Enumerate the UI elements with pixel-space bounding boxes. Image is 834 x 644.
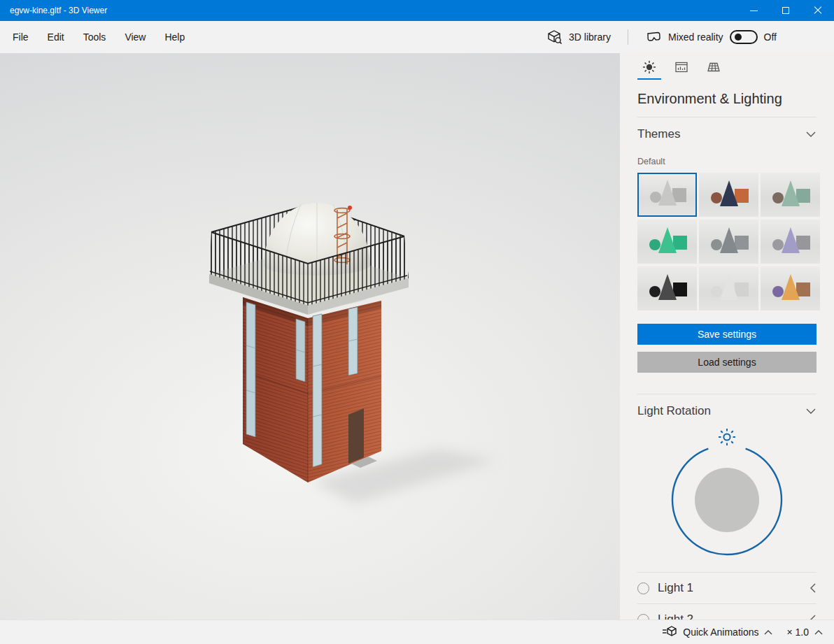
light-1-row[interactable]: Light 1 <box>637 581 817 595</box>
theme-grid <box>637 173 817 310</box>
3d-model-canvas <box>0 53 620 620</box>
toolbar-divider <box>628 29 628 45</box>
settings-panel: Environment & Lighting Themes Default Sa… <box>620 53 834 620</box>
3d-library-button[interactable]: 3D library <box>547 29 611 45</box>
cone-shape <box>720 274 738 300</box>
quick-animations-label: Quick Animations <box>683 627 758 638</box>
quick-animations-icon <box>662 625 677 639</box>
chevron-left-icon <box>810 582 817 594</box>
theme-white-light[interactable] <box>699 266 758 310</box>
mixed-reality-state: Off <box>764 31 777 43</box>
cone-shape <box>720 180 738 206</box>
dial-sun-icon <box>718 428 736 446</box>
light-2-label: Light 2 <box>658 613 810 620</box>
close-button[interactable] <box>802 0 834 21</box>
title-bar: egvw-kine.gltf - 3D Viewer <box>0 0 834 21</box>
menu-file[interactable]: File <box>6 27 41 47</box>
3d-library-icon <box>547 29 563 45</box>
light-1-label: Light 1 <box>658 581 810 595</box>
mast-beacon-light <box>348 206 352 210</box>
animation-speed-label: × 1.0 <box>786 627 809 638</box>
theme-sage-teal[interactable] <box>761 173 820 217</box>
panel-tabs <box>637 60 817 80</box>
chevron-left-icon <box>810 614 817 620</box>
mixed-reality-toggle[interactable] <box>730 30 758 44</box>
mixed-reality-icon <box>645 30 662 44</box>
maximize-button[interactable] <box>770 0 802 21</box>
close-icon <box>814 6 822 15</box>
divider <box>637 394 817 394</box>
status-bar: Quick Animations × 1.0 <box>0 620 834 644</box>
sun-icon <box>642 60 656 74</box>
save-settings-button[interactable]: Save settings <box>637 324 817 345</box>
divider <box>637 117 817 117</box>
menu-view[interactable]: View <box>118 27 157 47</box>
tab-grid-views[interactable] <box>702 60 726 80</box>
light-2-radio[interactable] <box>637 614 649 620</box>
menu-tools[interactable]: Tools <box>76 27 118 47</box>
tab-stats[interactable] <box>670 60 693 80</box>
mixed-reality-label: Mixed reality <box>668 31 723 43</box>
light-rotation-header-label: Light Rotation <box>637 404 711 418</box>
theme-black[interactable] <box>637 266 697 310</box>
menu-help[interactable]: Help <box>157 27 197 47</box>
cone-shape <box>720 227 738 253</box>
theme-navy-orange[interactable] <box>699 173 758 217</box>
minimize-icon <box>750 10 758 11</box>
mixed-reality-control: Mixed reality Off <box>645 30 777 44</box>
chevron-down-icon <box>805 131 817 138</box>
grid-icon <box>707 60 721 74</box>
light-2-row[interactable]: Light 2 <box>637 613 817 620</box>
maximize-icon <box>782 7 789 14</box>
quick-animations-control[interactable]: Quick Animations <box>658 625 777 639</box>
tower-door <box>348 408 364 464</box>
toggle-knob <box>735 34 742 41</box>
cone-shape <box>658 180 677 206</box>
divider <box>637 572 817 573</box>
light-rotation-section-header[interactable]: Light Rotation <box>637 404 817 418</box>
cone-shape <box>782 227 800 253</box>
theme-purple-amber[interactable] <box>761 266 820 310</box>
cone-shape <box>658 227 677 253</box>
menu-edit[interactable]: Edit <box>41 27 76 47</box>
load-settings-button[interactable]: Load settings <box>637 352 817 373</box>
dial-ring <box>667 441 786 559</box>
panel-title: Environment & Lighting <box>637 91 817 107</box>
themes-section-header[interactable]: Themes <box>637 127 817 141</box>
theme-slate-gray[interactable] <box>699 220 758 264</box>
cone-shape <box>782 180 800 206</box>
stats-icon <box>674 60 688 74</box>
menu-bar: File Edit Tools View Help 3D library Mix… <box>0 21 834 53</box>
chevron-down-icon <box>805 408 817 415</box>
window-title: egvw-kine.gltf - 3D Viewer <box>0 6 737 15</box>
theme-default-gray[interactable] <box>637 173 697 217</box>
cone-shape <box>782 274 800 300</box>
light-rotation-dial[interactable] <box>667 428 786 559</box>
theme-group-label: Default <box>637 157 817 166</box>
chevron-up-icon <box>764 629 772 635</box>
animation-speed-control[interactable]: × 1.0 <box>782 627 827 638</box>
minimize-button[interactable] <box>737 0 770 21</box>
cone-shape <box>658 274 677 300</box>
dial-center <box>695 468 759 532</box>
divider <box>637 603 817 604</box>
tab-environment-lighting[interactable] <box>637 60 661 80</box>
3d-viewport[interactable] <box>0 53 620 620</box>
menu-items: File Edit Tools View Help <box>0 27 197 47</box>
theme-lavender-gray[interactable] <box>761 220 820 264</box>
light-1-radio[interactable] <box>637 582 649 594</box>
chevron-up-icon <box>814 629 823 635</box>
3d-library-label: 3D library <box>569 31 611 43</box>
theme-emerald-green[interactable] <box>637 220 697 264</box>
themes-header-label: Themes <box>637 127 680 141</box>
